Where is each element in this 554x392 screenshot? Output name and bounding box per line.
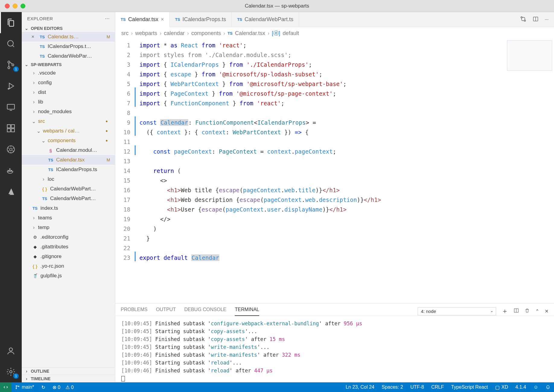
chevron-icon: ⌄ bbox=[36, 128, 41, 134]
activity-settings[interactable]: 1 bbox=[0, 361, 22, 382]
svg-rect-7 bbox=[11, 125, 14, 128]
activity-extensions[interactable] bbox=[0, 118, 22, 139]
crumb[interactable]: src bbox=[121, 30, 129, 37]
kill-terminal-icon[interactable] bbox=[524, 308, 530, 314]
sidebar-title: EXPLORER bbox=[27, 16, 53, 21]
item-label: .gitignore bbox=[40, 253, 62, 260]
close-icon[interactable]: × bbox=[161, 16, 164, 23]
file-item[interactable]: { }CalendarWebPart… bbox=[22, 184, 115, 194]
crumb[interactable]: Calendar.tsx bbox=[235, 30, 265, 37]
file-item[interactable]: { }.yo-rc.json bbox=[22, 261, 115, 271]
sync-button[interactable]: ↻ bbox=[38, 382, 49, 392]
remote-button[interactable] bbox=[0, 382, 11, 392]
more-actions-icon[interactable]: ⋯ bbox=[545, 17, 549, 22]
activity-docker[interactable] bbox=[0, 160, 22, 181]
file-item[interactable]: TSICalendarProps.ts bbox=[22, 165, 115, 174]
timeline-header[interactable]: › TIMELINE bbox=[22, 375, 115, 382]
item-label: .editorconfig bbox=[40, 234, 68, 240]
version-button[interactable]: 4.1.4 bbox=[512, 384, 530, 390]
panel-close-icon[interactable]: ✕ bbox=[545, 308, 549, 314]
activity-remote[interactable] bbox=[0, 97, 22, 118]
activity-explorer[interactable] bbox=[0, 12, 22, 33]
compare-changes-icon[interactable] bbox=[520, 16, 527, 23]
chevron-icon: › bbox=[31, 225, 36, 231]
terminal-select[interactable]: 4: node ⌄ bbox=[418, 307, 496, 315]
folder-item[interactable]: ⌄src• bbox=[22, 116, 115, 126]
chevron-icon: ⌄ bbox=[41, 138, 46, 144]
folder-item[interactable]: ›.vscode bbox=[22, 68, 115, 78]
panel-tab[interactable]: DEBUG CONSOLE bbox=[184, 307, 227, 316]
item-label: webparts / cal… bbox=[43, 128, 80, 134]
folder-item[interactable]: ⌄webparts / cal…• bbox=[22, 126, 115, 136]
cursor-position[interactable]: Ln 23, Col 24 bbox=[342, 384, 378, 390]
eol-button[interactable]: CRLF bbox=[428, 384, 447, 390]
item-label: node_modules bbox=[38, 109, 72, 115]
notifications-button[interactable] bbox=[542, 384, 554, 389]
split-editor-icon[interactable] bbox=[533, 16, 539, 23]
breadcrumbs[interactable]: src› webparts› calendar› components› TS … bbox=[115, 27, 554, 39]
terminal-output[interactable]: [10:09:45] Finished subtask 'configure-w… bbox=[115, 316, 554, 382]
modified-dot: • bbox=[106, 120, 113, 123]
open-editor-item[interactable]: ×TSCalendar.ts…M bbox=[22, 32, 115, 42]
chevron-icon: › bbox=[31, 109, 36, 115]
activity-scm[interactable]: 1 bbox=[0, 54, 22, 75]
file-item[interactable]: ◆.gitattributes bbox=[22, 242, 115, 252]
minimap[interactable] bbox=[507, 40, 552, 71]
close-window-button[interactable] bbox=[5, 4, 10, 8]
file-item[interactable]: TSCalendar.tsxM bbox=[22, 155, 115, 165]
folder-item[interactable]: ›dist bbox=[22, 88, 115, 97]
file-item[interactable]: ⚙.editorconfig bbox=[22, 232, 115, 242]
panel-tab[interactable]: PROBLEMS bbox=[121, 307, 148, 316]
file-item[interactable]: TSCalendarWebPart… bbox=[22, 194, 115, 203]
activity-search[interactable] bbox=[0, 33, 22, 54]
activity-account[interactable] bbox=[0, 340, 22, 361]
sidebar: EXPLORER ⋯ ⌄ OPEN EDITORS ×TSCalendar.ts… bbox=[22, 12, 115, 382]
folder-item[interactable]: ›node_modules bbox=[22, 107, 115, 116]
close-icon[interactable]: × bbox=[31, 34, 37, 40]
crumb[interactable]: calendar bbox=[164, 30, 185, 37]
feedback-button[interactable]: ☺ bbox=[530, 384, 542, 390]
crumb[interactable]: webparts bbox=[135, 30, 157, 37]
folder-item[interactable]: ›lib bbox=[22, 97, 115, 107]
xd-button[interactable]: ▢ XD bbox=[492, 384, 512, 390]
editor-tab[interactable]: TSCalendar.tsx× bbox=[115, 12, 170, 27]
panel-maximize-icon[interactable]: ⌃ bbox=[535, 308, 539, 314]
folder-item[interactable]: ⌄components• bbox=[22, 136, 115, 145]
project-label: SP-WEBPARTS bbox=[31, 62, 62, 67]
activity-kubernetes[interactable] bbox=[0, 139, 22, 160]
editor-tab[interactable]: TSICalendarProps.ts bbox=[170, 12, 232, 27]
branch-button[interactable]: main* bbox=[11, 382, 38, 392]
editor-body[interactable]: 1234567891011121314151617181920212223 im… bbox=[115, 39, 554, 303]
crumb[interactable]: components bbox=[191, 30, 221, 37]
open-editors-header[interactable]: ⌄ OPEN EDITORS bbox=[22, 25, 115, 32]
sidebar-more-icon[interactable]: ⋯ bbox=[105, 16, 110, 21]
project-header[interactable]: ⌄ SP-WEBPARTS bbox=[22, 61, 115, 68]
folder-item[interactable]: ›loc bbox=[22, 174, 115, 184]
panel-tab[interactable]: OUTPUT bbox=[156, 307, 176, 316]
editor-tab[interactable]: TSCalendarWebPart.ts bbox=[232, 12, 299, 27]
file-item[interactable]: TSindex.ts bbox=[22, 203, 115, 213]
errors-button[interactable]: ⊗ 0 ⚠ 0 bbox=[49, 382, 77, 392]
activity-azure[interactable] bbox=[0, 181, 22, 202]
split-terminal-icon[interactable] bbox=[514, 308, 519, 314]
file-item[interactable]: 🥤gulpfile.js bbox=[22, 271, 115, 281]
file-item[interactable]: §Calendar.modul… bbox=[22, 145, 115, 155]
crumb[interactable]: default bbox=[283, 30, 299, 37]
new-terminal-icon[interactable]: ＋ bbox=[501, 307, 508, 316]
open-editor-item[interactable]: TSICalendarProps.t… bbox=[22, 42, 115, 51]
file-item[interactable]: ◆.gitignore bbox=[22, 252, 115, 261]
activity-debug[interactable] bbox=[0, 75, 22, 97]
svg-rect-5 bbox=[7, 104, 14, 109]
folder-item[interactable]: ›config bbox=[22, 78, 115, 88]
maximize-window-button[interactable] bbox=[21, 4, 25, 8]
panel-tab[interactable]: TERMINAL bbox=[235, 307, 259, 316]
language-button[interactable]: TypeScript React bbox=[447, 384, 492, 390]
indentation-button[interactable]: Spaces: 2 bbox=[378, 384, 407, 390]
outline-header[interactable]: › OUTLINE bbox=[22, 367, 115, 375]
folder-item[interactable]: ›teams bbox=[22, 213, 115, 223]
minimize-window-button[interactable] bbox=[13, 4, 18, 8]
code-area[interactable]: import * as React from 'react';import st… bbox=[136, 39, 554, 303]
encoding-button[interactable]: UTF-8 bbox=[407, 384, 428, 390]
folder-item[interactable]: ›temp bbox=[22, 223, 115, 232]
open-editor-item[interactable]: TSCalendarWebPar… bbox=[22, 51, 115, 61]
